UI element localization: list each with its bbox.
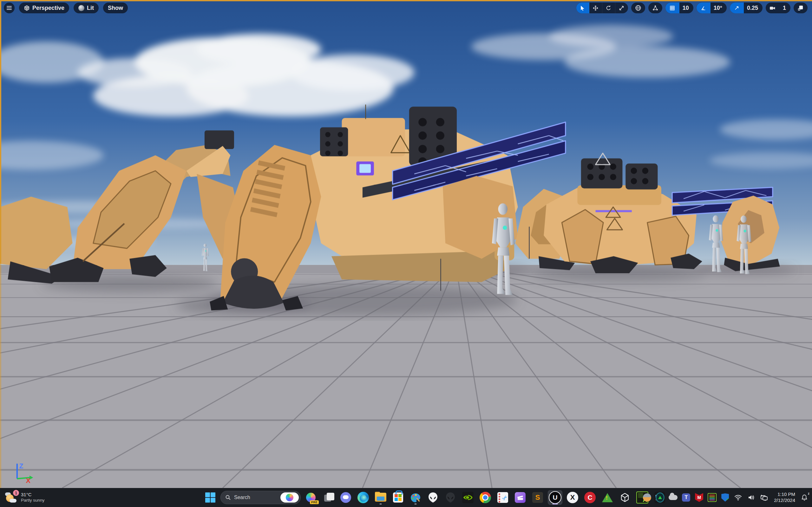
viewport-border-top (0, 0, 812, 1)
teams-chat-button[interactable] (339, 490, 353, 505)
onedrive-button[interactable] (669, 493, 677, 502)
paint-palette-icon (410, 492, 421, 503)
landscape-photo-icon (643, 493, 651, 502)
cursor-arrow-icon (579, 5, 586, 11)
security-shield-icon (721, 493, 729, 502)
perspective-button[interactable]: Perspective (19, 3, 69, 13)
chrome-icon (479, 492, 491, 503)
surface-snapping-button[interactable] (648, 3, 662, 13)
camera-speed-control[interactable]: 1 (766, 3, 791, 13)
unreal-engine-button[interactable]: U (548, 490, 562, 505)
clipchamp-button[interactable] (513, 490, 527, 505)
microsoft-store-button[interactable] (391, 490, 405, 505)
alien-head-icon (428, 492, 438, 503)
copilot-pre-badge: PRE (310, 500, 319, 504)
volume-button[interactable] (747, 493, 756, 502)
rotate-tool-button[interactable] (602, 3, 615, 13)
unreal-viewport[interactable]: Z X Perspective Lit Show 10 (0, 0, 812, 488)
notification-bell-button[interactable]: z (800, 493, 809, 502)
ccleaner-icon: C (584, 492, 596, 503)
weather-widget[interactable]: 1 31°C Partly sunny (5, 488, 44, 507)
scale-tool-button[interactable] (615, 3, 628, 13)
file-explorer-button[interactable] (373, 490, 388, 505)
chrome-button[interactable] (478, 490, 493, 505)
paint-button[interactable] (408, 490, 423, 505)
copilot-search-button[interactable] (281, 493, 299, 503)
pen-sync-icon (760, 494, 768, 501)
teams-tray-button[interactable]: T (681, 493, 691, 502)
pen-sync-button[interactable] (760, 493, 768, 502)
copilot-icon (286, 494, 293, 501)
chat-bubble-icon (340, 492, 351, 503)
windows-logo-icon (205, 493, 215, 503)
grid-snap-control[interactable]: 10 (665, 3, 693, 13)
tray-download-manager-button[interactable] (656, 493, 664, 502)
weather-icon: 1 (5, 491, 18, 504)
wifi-button[interactable] (734, 493, 743, 502)
svg-text:X: X (26, 477, 31, 484)
start-button[interactable] (203, 490, 217, 505)
mcafee-shield-icon: M (695, 493, 703, 502)
scale-snap-control[interactable]: 0.25 (730, 3, 763, 13)
restore-window-icon (798, 5, 804, 11)
alienware-command-center-button[interactable] (426, 490, 440, 505)
search-box[interactable]: Search (220, 491, 301, 504)
ccleaner-button[interactable]: C (583, 490, 597, 505)
xbox-icon: X (567, 492, 578, 503)
weather-badge: 1 (13, 490, 19, 496)
diagonal-arrow-icon (734, 5, 740, 11)
hamburger-icon (7, 6, 12, 7)
lit-mode-button[interactable]: Lit (73, 3, 99, 13)
clock-date: 2/12/2024 (774, 498, 795, 504)
running-indicator-active (553, 504, 558, 504)
weather-condition: Partly sunny (21, 498, 44, 503)
green-arrow-icon (656, 493, 664, 503)
unity-cube-icon (620, 493, 630, 503)
clapperboard-icon (515, 492, 525, 503)
alienware-dark-button[interactable] (443, 490, 458, 505)
rotate-arrows-icon (606, 5, 612, 11)
viewport-menu-button[interactable] (4, 3, 14, 13)
viewport-canvas[interactable]: Z X (0, 0, 812, 488)
camera-icon (769, 5, 776, 11)
viewport-border-left (0, 0, 1, 488)
svg-text:Z: Z (19, 462, 23, 469)
video-trimmer-button[interactable]: ✂ (496, 490, 510, 505)
search-placeholder: Search (234, 495, 277, 500)
film-scissors-icon: ✂ (497, 492, 508, 503)
unreal-logo-icon: U (549, 491, 561, 504)
xbox-button[interactable]: X (565, 490, 580, 505)
move-tool-button[interactable] (589, 3, 602, 13)
globe-icon (635, 5, 641, 11)
green-warning-app-button[interactable] (600, 490, 615, 505)
mcafee-button[interactable]: M (695, 493, 704, 502)
unity-button[interactable] (618, 490, 632, 505)
nvidia-button[interactable] (461, 490, 475, 505)
edge-button[interactable] (356, 490, 370, 505)
tray-photo-button[interactable] (643, 493, 652, 502)
sublime-text-button[interactable]: S (530, 490, 545, 505)
rgb-lighting-button[interactable] (708, 493, 716, 502)
copilot-app-button[interactable]: PRE (304, 490, 318, 505)
select-tool-button[interactable] (576, 3, 589, 13)
sphere-icon (78, 5, 84, 11)
bell-icon (801, 494, 808, 501)
weather-temperature: 31°C (21, 492, 44, 498)
world-coordinates-button[interactable] (631, 3, 645, 13)
task-view-button[interactable] (321, 490, 336, 505)
speaker-icon (747, 494, 755, 501)
show-button[interactable]: Show (103, 3, 128, 13)
scale-diagonal-icon (618, 5, 624, 11)
windows-security-button[interactable] (721, 493, 729, 502)
move-cross-icon (593, 5, 599, 11)
wifi-icon (734, 494, 742, 501)
folder-icon (375, 493, 386, 502)
clock[interactable]: 1:10 PM 2/12/2024 (774, 492, 795, 504)
rotation-snap-control[interactable]: 10° (697, 3, 727, 13)
maximize-viewport-button[interactable] (794, 3, 808, 13)
teams-icon: T (682, 493, 690, 502)
store-bag-icon (393, 493, 403, 503)
floor-grid (0, 264, 812, 488)
surface-snap-icon (652, 5, 658, 11)
alien-head-dark-icon (446, 492, 455, 503)
